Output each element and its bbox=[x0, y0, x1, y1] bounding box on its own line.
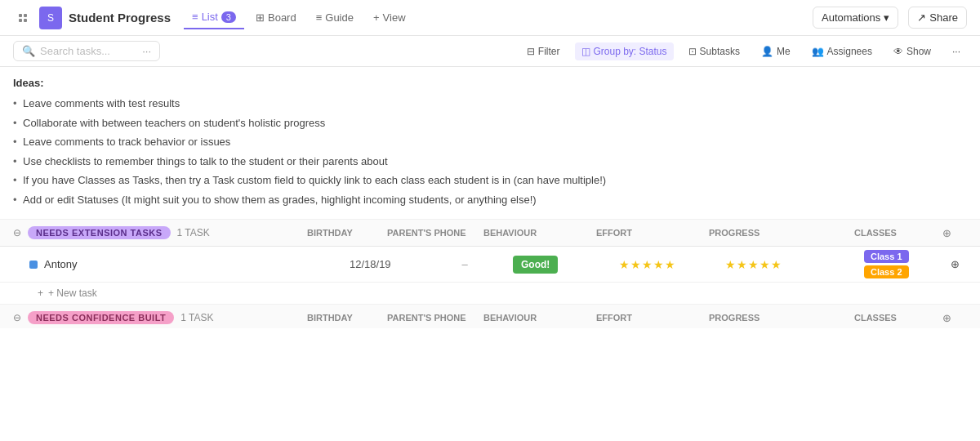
col-parents-phone: PARENT'S PHONE bbox=[387, 228, 477, 238]
tab-list[interactable]: ≡ List 3 bbox=[184, 6, 244, 29]
search-box[interactable]: 🔍 Search tasks... ··· bbox=[13, 41, 160, 61]
share-button[interactable]: ↗ Share bbox=[908, 7, 967, 29]
share-label: Share bbox=[929, 11, 958, 24]
effort-cell-antony: ★ ★ ★ ★ ★ bbox=[616, 255, 722, 274]
board-icon: ⊞ bbox=[256, 11, 265, 24]
classes-cell-antony: Class 1 Class 2 bbox=[861, 247, 942, 282]
search-placeholder: Search tasks... bbox=[40, 45, 110, 57]
eye-icon: 👁 bbox=[893, 46, 903, 57]
search-more-icon[interactable]: ··· bbox=[142, 45, 151, 57]
ideas-list: Leave comments with test results Collabo… bbox=[13, 94, 967, 209]
behaviour-badge-antony: Good! bbox=[513, 256, 558, 274]
progress-cell-antony: ★ ★ ★ ★ ★ bbox=[722, 255, 861, 274]
col-effort-2: EFFORT bbox=[596, 313, 702, 323]
ideas-section: Ideas: Leave comments with test results … bbox=[0, 67, 980, 220]
table-area: Ideas: Leave comments with test results … bbox=[0, 67, 980, 328]
group-add-icon-2[interactable]: ⊕ bbox=[942, 312, 967, 324]
me-label: Me bbox=[777, 46, 791, 57]
group-count-confidence: 1 TASK bbox=[180, 312, 213, 323]
filter-label: Filter bbox=[538, 46, 560, 57]
idea-item: Leave comments with test results bbox=[13, 94, 967, 114]
guide-icon: ≡ bbox=[316, 11, 323, 24]
toolbar-right: ⊟ Filter ◫ Group by: Status ⊡ Subtasks 👤… bbox=[520, 42, 967, 60]
person-icon: 👤 bbox=[761, 46, 773, 57]
tab-list-label: List bbox=[202, 11, 218, 23]
tab-board-label: Board bbox=[268, 11, 296, 24]
group-confidence: ⊖ NEEDS CONFIDENCE BUILT 1 TASK BIRTHDAY… bbox=[0, 305, 980, 328]
more-options-button[interactable]: ··· bbox=[946, 42, 967, 60]
phone-cell-antony: – bbox=[420, 255, 510, 274]
tab-guide-label: Guide bbox=[325, 11, 354, 24]
search-icon: 🔍 bbox=[22, 45, 35, 57]
group-extension: ⊖ NEEDS EXTENSION TASKS 1 TASK BIRTHDAY … bbox=[0, 220, 980, 305]
list-badge: 3 bbox=[221, 11, 236, 23]
automations-button[interactable]: Automations ▾ bbox=[813, 7, 898, 29]
tab-view[interactable]: + View bbox=[365, 7, 414, 29]
project-icon: S bbox=[39, 7, 62, 29]
ideas-title: Ideas: bbox=[13, 77, 967, 89]
col-classes-2: CLASSES bbox=[854, 313, 936, 323]
automations-label: Automations bbox=[822, 11, 880, 24]
app-grid-icon[interactable] bbox=[13, 8, 33, 28]
assignees-label: Assignees bbox=[827, 46, 872, 57]
class-badge: Class 1 bbox=[864, 250, 909, 263]
idea-item: Use checklists to remember things to tal… bbox=[13, 152, 967, 172]
subtasks-label: Subtasks bbox=[700, 46, 740, 57]
row-more-antony[interactable]: ⊕ bbox=[942, 255, 967, 274]
group-badge-extension: NEEDS EXTENSION TASKS bbox=[28, 226, 171, 239]
tab-board[interactable]: ⊞ Board bbox=[247, 7, 305, 29]
header-right: Automations ▾ ↗ Share bbox=[813, 7, 967, 29]
col-progress: PROGRESS bbox=[709, 228, 848, 238]
show-label: Show bbox=[906, 46, 931, 57]
col-behaviour: BEHAVIOUR bbox=[483, 228, 590, 238]
col-birthday: BIRTHDAY bbox=[307, 228, 381, 238]
assignees-icon: 👥 bbox=[812, 46, 824, 57]
group-badge-confidence: NEEDS CONFIDENCE BUILT bbox=[28, 311, 174, 324]
me-button[interactable]: 👤 Me bbox=[755, 42, 797, 60]
groupby-button[interactable]: ◫ Group by: Status bbox=[575, 42, 674, 60]
new-task-label: + New task bbox=[48, 287, 97, 299]
share-icon: ↗ bbox=[917, 11, 926, 24]
col-behaviour-2: BEHAVIOUR bbox=[483, 313, 590, 323]
new-task-extension[interactable]: + + New task bbox=[0, 283, 980, 305]
subtasks-button[interactable]: ⊡ Subtasks bbox=[682, 42, 746, 60]
task-dot-antony bbox=[29, 261, 38, 269]
birthday-cell-antony: 12/18/19 bbox=[346, 255, 420, 274]
progress-stars-antony: ★ ★ ★ ★ ★ bbox=[725, 258, 858, 271]
group-toggle-confidence[interactable]: ⊖ bbox=[13, 312, 21, 323]
col-parents-phone-2: PARENT'S PHONE bbox=[387, 313, 477, 323]
behaviour-cell-antony: Good! bbox=[510, 252, 616, 277]
classes-list-antony: Class 1 Class 2 bbox=[864, 250, 939, 278]
assignees-button[interactable]: 👥 Assignees bbox=[805, 42, 879, 60]
col-effort: EFFORT bbox=[596, 228, 702, 238]
group-row-extension[interactable]: ⊖ NEEDS EXTENSION TASKS 1 TASK BIRTHDAY … bbox=[0, 220, 980, 247]
nav-tabs: ≡ List 3 ⊞ Board ≡ Guide + View bbox=[184, 6, 414, 29]
group-row-confidence[interactable]: ⊖ NEEDS CONFIDENCE BUILT 1 TASK BIRTHDAY… bbox=[0, 305, 980, 328]
idea-item: Collaborate with between teachers on stu… bbox=[13, 114, 967, 133]
tab-view-label: View bbox=[383, 11, 406, 24]
filter-icon: ⊟ bbox=[527, 46, 535, 57]
list-icon: ≡ bbox=[192, 11, 198, 23]
header: S Student Progress ≡ List 3 ⊞ Board ≡ Gu… bbox=[0, 0, 980, 36]
toolbar: 🔍 Search tasks... ··· ⊟ Filter ◫ Group b… bbox=[0, 36, 980, 67]
col-birthday-2: BIRTHDAY bbox=[307, 313, 381, 323]
project-title: Student Progress bbox=[69, 11, 171, 24]
show-button[interactable]: 👁 Show bbox=[887, 42, 938, 60]
plus-icon: + bbox=[373, 11, 380, 24]
filter-button[interactable]: ⊟ Filter bbox=[520, 42, 567, 60]
subtasks-icon: ⊡ bbox=[688, 46, 697, 57]
task-name-antony[interactable]: Antony bbox=[29, 258, 346, 270]
task-name-label: Antony bbox=[44, 258, 77, 270]
plus-icon: + bbox=[38, 287, 43, 299]
effort-stars-antony: ★ ★ ★ ★ ★ bbox=[619, 258, 719, 271]
idea-item: Leave comments to track behavior or issu… bbox=[13, 132, 967, 152]
class-badge: Class 2 bbox=[864, 265, 909, 278]
chevron-down-icon: ▾ bbox=[884, 11, 889, 24]
idea-item: Add or edit Statuses (It might suit you … bbox=[13, 190, 967, 210]
group-toggle-extension[interactable]: ⊖ bbox=[13, 227, 21, 238]
table-row: Antony 12/18/19 – Good! ★ ★ ★ ★ ★ ★ ★ bbox=[0, 247, 980, 283]
col-classes: CLASSES bbox=[854, 228, 936, 238]
tab-guide[interactable]: ≡ Guide bbox=[308, 7, 362, 29]
group-add-icon[interactable]: ⊕ bbox=[942, 227, 967, 239]
col-progress-2: PROGRESS bbox=[709, 313, 848, 323]
